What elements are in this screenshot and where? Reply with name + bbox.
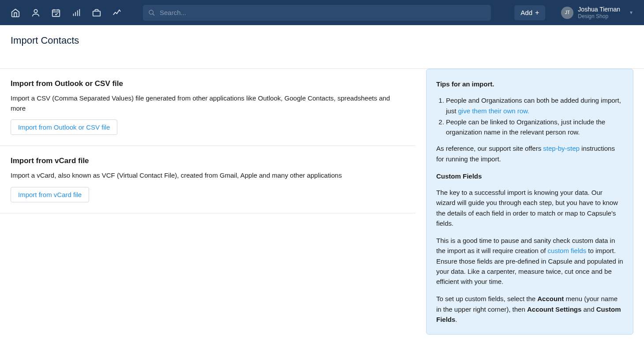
import-vcard-section: Import from vCard file Import a vCard, a… [0,146,416,213]
import-vcard-description: Import a vCard, also known as VCF (Virtu… [11,171,405,181]
nav-icons [11,8,122,18]
chevron-down-icon: ▼ [629,10,633,15]
main-content: Import from Outlook or CSV file Import a… [0,69,416,213]
tips-list-item-2: People can be linked to Organizations, j… [446,117,623,138]
user-info: Joshua Tiernan Design Shop [578,6,620,19]
search-input[interactable] [143,5,491,21]
tips-list: People and Organizations can both be add… [436,95,623,137]
plus-icon: + [535,9,539,16]
custom-fields-p3: To set up custom fields, select the Acco… [436,294,623,324]
user-menu[interactable]: JT Joshua Tiernan Design Shop ▼ [561,6,633,19]
import-csv-description: Import a CSV (Comma Separated Values) fi… [11,93,405,113]
briefcase-icon[interactable] [92,8,101,18]
page-header: Import Contacts [0,25,644,69]
avatar: JT [561,7,573,19]
custom-fields-p2: This is a good time to pause and sanity … [436,235,623,287]
import-vcard-button[interactable]: Import from vCard file [11,187,89,202]
svg-point-0 [34,9,37,12]
own-row-link[interactable]: give them their own row. [458,107,530,115]
custom-fields-heading: Custom Fields [436,171,623,181]
chart-line-icon[interactable] [112,8,122,18]
tips-heading: Tips for an import. [436,79,623,89]
import-vcard-heading: Import from vCard file [11,157,405,165]
svg-rect-2 [93,11,101,16]
content-wrapper: Import from Outlook or CSV file Import a… [0,69,644,345]
calendar-icon[interactable] [51,8,61,18]
tips-reference: As reference, our support site offers st… [436,143,623,164]
bars-icon[interactable] [71,8,81,18]
user-name: Joshua Tiernan [578,6,620,13]
person-icon[interactable] [31,8,41,18]
custom-fields-link[interactable]: custom fields [548,247,587,254]
home-icon[interactable] [11,8,20,18]
search-icon [148,9,155,16]
import-csv-section: Import from Outlook or CSV file Import a… [0,69,416,146]
page-title: Import Contacts [11,35,633,46]
topbar: Add + JT Joshua Tiernan Design Shop ▼ [0,0,644,25]
tips-list-item-1: People and Organizations can both be add… [446,95,623,116]
add-button-label: Add [520,9,532,16]
svg-point-3 [149,10,153,14]
add-button[interactable]: Add + [514,5,545,20]
tips-panel: Tips for an import. People and Organizat… [426,69,633,335]
step-by-step-link[interactable]: step-by-step [543,145,580,152]
svg-rect-1 [52,10,60,16]
search-wrapper [143,5,491,21]
custom-fields-p1: The key to a successful import is knowin… [436,187,623,228]
import-csv-button[interactable]: Import from Outlook or CSV file [11,119,117,135]
import-csv-heading: Import from Outlook or CSV file [11,79,405,88]
user-org: Design Shop [578,13,620,19]
